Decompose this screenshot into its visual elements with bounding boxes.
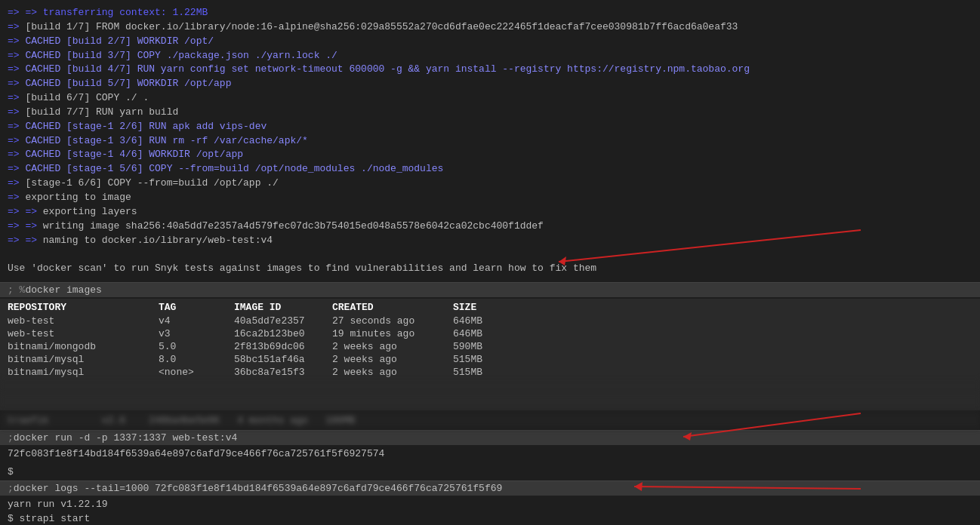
line-11: => CACHED [stage-1 4/6] WORKDIR /opt/app (8, 148, 972, 162)
size-5: 515MB (453, 367, 513, 378)
size-3: 590MB (453, 341, 513, 352)
arrow-prefix-15b: => (25, 205, 42, 220)
repo-5: bitnami/mysql (8, 367, 159, 378)
line-17: => => naming to docker.io/library/web-te… (8, 234, 972, 248)
arrow-prefix-12: => (8, 162, 25, 177)
blurred-traefik-row: traefik v2.6 248ba4be5e96 4 months ago 1… (8, 415, 355, 426)
line-1-text: => transferring context: 1.22MB (25, 6, 208, 20)
line-5: => CACHED [build 4/7] RUN yarn config se… (8, 63, 972, 77)
id-5: 36bc8a7e15f3 (234, 367, 332, 378)
arrow-prefix-16b: => (25, 220, 42, 234)
arrow-prefix-6: => (8, 77, 25, 91)
table-row-blurred (0, 379, 980, 394)
arrow-prefix-17b: => (25, 234, 42, 248)
strapi-start-line: $ strapi start (8, 512, 972, 525)
size-1: 646MB (453, 315, 513, 327)
tag-4: 8.0 (159, 354, 234, 365)
tag-5: <none> (159, 367, 234, 378)
line-8-text: [build 7/7] RUN yarn build (25, 106, 178, 120)
col-header-imageid: IMAGE ID (234, 302, 332, 313)
arrow-prefix-17: => (8, 234, 25, 248)
arrow-prefix-3: => (8, 35, 25, 49)
line-15-text: exporting layers (43, 205, 137, 220)
docker-run-command: docker run -d -p 1337:1337 web-test:v4 (14, 432, 237, 444)
table-header-row: REPOSITORY TAG IMAGE ID CREATED SIZE (0, 300, 980, 315)
blank-prompt-line: $ (0, 464, 980, 480)
arrow-prefix-8: => (8, 106, 25, 120)
prompt-prefix-1: ; % (8, 284, 25, 296)
tag-3: 5.0 (159, 341, 234, 352)
created-5: 2 weeks ago (332, 367, 453, 378)
container-id-text: 72fc083f1e8f14bd184f6539a64e897c6afd79ce… (8, 447, 384, 462)
prompt-prefix-2: ; (8, 432, 14, 444)
col-header-tag: TAG (159, 302, 234, 313)
created-2: 19 minutes ago (332, 328, 453, 339)
col-header-size: SIZE (453, 302, 513, 313)
table-row: bitnami/mongodb 5.0 2f813b69dc06 2 weeks… (0, 340, 980, 353)
blank-line (8, 247, 972, 262)
line-5-text: CACHED [build 4/7] RUN yarn config set n… (25, 63, 750, 77)
repo-2: web-test (8, 328, 159, 339)
line-3-text: CACHED [build 2/7] WORKDIR /opt/ (25, 35, 214, 49)
line-4: => CACHED [build 3/7] COPY ./package.jso… (8, 49, 972, 63)
arrow-prefix-7: => (8, 91, 25, 106)
line-12-text: CACHED [stage-1 5/6] COPY --from=build /… (25, 162, 443, 177)
created-3: 2 weeks ago (332, 341, 453, 352)
dollar-sign: $ (8, 512, 20, 525)
line-4-text: CACHED [build 3/7] COPY ./package.json .… (25, 49, 337, 63)
blank-cursor: $ (8, 466, 14, 477)
arrow-prefix-11: => (8, 148, 25, 162)
docker-images-prompt: ; % docker images (0, 282, 980, 297)
line-16: => => writing image sha256:40a5dd7e2357a… (8, 220, 972, 234)
line-2-text: [build 1/7] FROM docker.io/library/node:… (25, 20, 738, 35)
line-9-text: CACHED [stage-1 2/6] RUN apk add vips-de… (25, 120, 267, 134)
line-6-text: CACHED [build 5/7] WORKDIR /opt/app (25, 77, 231, 91)
arrow-prefix-4: => (8, 49, 25, 63)
col-header-repository: REPOSITORY (8, 302, 159, 313)
id-3: 2f813b69dc06 (234, 341, 332, 352)
repo-3: bitnami/mongodb (8, 341, 159, 352)
docker-logs-prompt: ; docker logs --tail=1000 72fc083f1e8f14… (0, 480, 980, 496)
arrow-prefix-15: => (8, 205, 25, 220)
strapi-start-text: strapi start (20, 512, 91, 525)
line-7: => [build 6/7] COPY ./ . (8, 91, 972, 106)
yarn-run-line: yarn run v1.22.19 (8, 498, 972, 512)
line-15: => => exporting layers (8, 205, 972, 220)
container-id-line: 72fc083f1e8f14bd184f6539a64e897c6afd79ce… (8, 447, 972, 462)
docker-images-command: docker images (25, 284, 101, 296)
prompt-prefix-3: ; (8, 483, 14, 494)
id-4: 58bc151af46a (234, 354, 332, 365)
repo-1: web-test (8, 315, 159, 327)
line-13: => [stage-1 6/6] COPY --from=build /opt/… (8, 177, 972, 191)
docker-logs-command: docker logs --tail=1000 72fc083f1e8f14bd… (14, 483, 503, 494)
line-3: => CACHED [build 2/7] WORKDIR /opt/ (8, 35, 972, 49)
line-6: => CACHED [build 5/7] WORKDIR /opt/app (8, 77, 972, 91)
tag-1: v4 (159, 315, 234, 327)
id-1: 40a5dd7e2357 (234, 315, 332, 327)
size-4: 515MB (453, 354, 513, 365)
line-1: => => transferring context: 1.22MB (8, 6, 972, 20)
size-2: 646MB (453, 328, 513, 339)
tag-2: v3 (159, 328, 234, 339)
snyk-text: Use 'docker scan' to run Snyk tests agai… (8, 262, 596, 276)
created-1: 27 seconds ago (332, 315, 453, 327)
repo-4: bitnami/mysql (8, 354, 159, 365)
line-10-text: CACHED [stage-1 3/6] RUN rm -rf /var/cac… (25, 134, 307, 149)
arrow-prefix-2: => (8, 20, 25, 35)
table-row: web-test v4 40a5dd7e2357 27 seconds ago … (0, 315, 980, 327)
line-9: => CACHED [stage-1 2/6] RUN apk add vips… (8, 120, 972, 134)
table-row-blurred2 (0, 394, 980, 409)
arrow-prefix-9: => (8, 120, 25, 134)
line-13-text: [stage-1 6/6] COPY --from=build /opt/app… (25, 177, 278, 191)
col-header-created: CREATED (332, 302, 453, 313)
line-2: => [build 1/7] FROM docker.io/library/no… (8, 20, 972, 35)
arrow-prefix-16: => (8, 220, 25, 234)
terminal-content: => => transferring context: 1.22MB => [b… (0, 0, 980, 282)
line-10: => CACHED [stage-1 3/6] RUN rm -rf /var/… (8, 134, 972, 149)
line-7-text: [build 6/7] COPY ./ . (25, 91, 149, 106)
table-row: web-test v3 16ca2b123be0 19 minutes ago … (0, 327, 980, 340)
created-4: 2 weeks ago (332, 354, 453, 365)
docker-run-prompt: ; docker run -d -p 1337:1337 web-test:v4 (0, 430, 980, 445)
arrow-prefix-14: => (8, 191, 25, 205)
yarn-run-text: yarn run v1.22.19 (8, 498, 108, 512)
